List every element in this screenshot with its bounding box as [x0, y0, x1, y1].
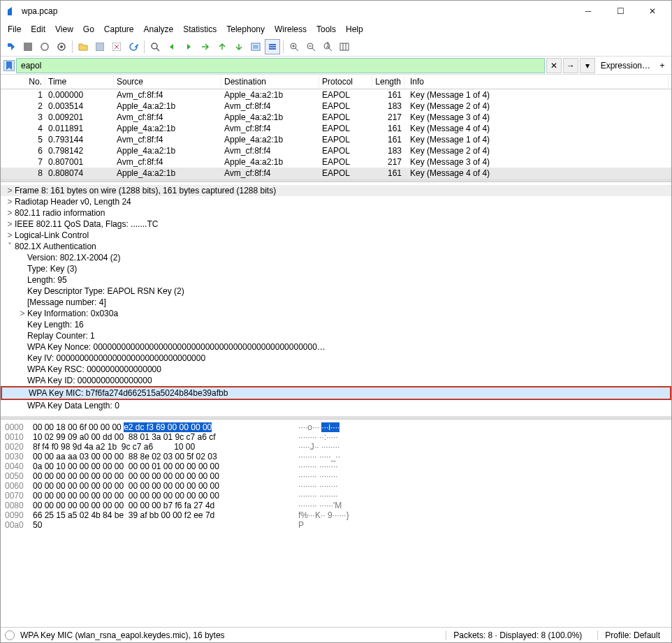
packet-row[interactable]: 40.011891Apple_4a:a2:1bAvm_cf:8f:f4EAPOL… — [1, 123, 671, 134]
zoom-in-button[interactable] — [286, 39, 302, 54]
filter-bar: ✕ → ▾ Expression… + — [1, 57, 671, 75]
reload-button[interactable] — [126, 39, 141, 54]
detail-row[interactable]: Length: 95 — [1, 274, 671, 286]
auto-scroll-button[interactable] — [248, 39, 263, 54]
menu-help[interactable]: Help — [342, 23, 367, 36]
menu-go[interactable]: Go — [79, 23, 98, 36]
hex-row[interactable]: 009066 25 15 a5 02 4b 84 be 39 af bb 00 … — [5, 510, 667, 520]
packet-row[interactable]: 30.009201Avm_cf:8f:f4Apple_4a:a2:1bEAPOL… — [1, 112, 671, 123]
menu-tools[interactable]: Tools — [312, 23, 340, 36]
stop-capture-button[interactable] — [20, 39, 36, 54]
menu-analyze[interactable]: Analyze — [140, 23, 178, 36]
go-to-packet-button[interactable] — [198, 39, 213, 54]
detail-row[interactable]: >Logical-Link Control — [1, 230, 671, 241]
go-first-button[interactable] — [214, 39, 230, 54]
zoom-out-button[interactable] — [303, 39, 319, 54]
menu-view[interactable]: View — [51, 23, 78, 36]
column-header[interactable]: Protocol — [319, 75, 372, 88]
expression-button[interactable]: Expression… — [597, 59, 655, 72]
detail-row[interactable]: WPA Key Nonce: 0000000000000000000000000… — [1, 341, 671, 353]
resize-columns-button[interactable] — [337, 39, 352, 54]
svg-line-20 — [312, 48, 315, 51]
hex-row[interactable]: 007000 00 00 00 00 00 00 00 00 00 00 00 … — [5, 491, 667, 501]
window-title: wpa.pcap — [22, 6, 572, 16]
status-profile[interactable]: Profile: Default — [597, 630, 667, 640]
detail-row[interactable]: Key Descriptor Type: EAPOL RSN Key (2) — [1, 286, 671, 297]
filter-clear-button[interactable]: ✕ — [546, 58, 562, 73]
find-button[interactable] — [147, 39, 163, 54]
packet-details[interactable]: >Frame 8: 161 bytes on wire (1288 bits),… — [1, 182, 671, 419]
column-header[interactable]: No. — [3, 75, 45, 88]
open-file-button[interactable] — [75, 39, 91, 54]
minimize-button[interactable]: ─ — [572, 1, 604, 21]
hex-row[interactable]: 001010 02 99 09 a0 00 dd 00 88 01 3a 01 … — [5, 432, 667, 442]
menu-file[interactable]: File — [3, 23, 25, 36]
hex-row[interactable]: 005000 00 00 00 00 00 00 00 00 00 00 00 … — [5, 471, 667, 481]
detail-row[interactable]: ˅802.1X Authentication — [1, 241, 671, 252]
detail-row[interactable]: Key IV: 00000000000000000000000000000000 — [1, 353, 671, 364]
restart-capture-button[interactable] — [37, 39, 52, 54]
go-last-button[interactable] — [231, 39, 247, 54]
packet-row[interactable]: 10.000000Avm_cf:8f:f4Apple_4a:a2:1bEAPOL… — [1, 89, 671, 101]
detail-row[interactable]: >IEEE 802.11 QoS Data, Flags: .......TC — [1, 219, 671, 230]
close-file-button[interactable] — [109, 39, 124, 54]
menu-edit[interactable]: Edit — [27, 23, 50, 36]
hex-row[interactable]: 00400a 00 10 00 00 00 00 00 00 00 01 00 … — [5, 461, 667, 471]
detail-row[interactable]: WPA Key RSC: 0000000000000000 — [1, 364, 671, 375]
menu-telephony[interactable]: Telephony — [222, 23, 269, 36]
column-header[interactable]: Time — [45, 75, 114, 88]
column-header[interactable]: Length — [372, 75, 404, 88]
titlebar: wpa.pcap ─ ☐ ✕ — [1, 1, 671, 22]
detail-row[interactable]: Type: Key (3) — [1, 263, 671, 274]
capture-options-button[interactable] — [54, 39, 69, 54]
hex-row[interactable]: 00a050P — [5, 520, 667, 530]
expert-info-icon[interactable] — [5, 630, 15, 640]
detail-row[interactable]: Version: 802.1X-2004 (2) — [1, 252, 671, 263]
filter-apply-button[interactable]: → — [563, 58, 578, 73]
hex-row[interactable]: 006000 00 00 00 00 00 00 00 00 00 00 00 … — [5, 481, 667, 491]
detail-row[interactable]: >802.11 radio information — [1, 207, 671, 219]
packet-row[interactable]: 80.808074Apple_4a:a2:1bAvm_cf:8f:f4EAPOL… — [1, 168, 671, 179]
status-packets: Packets: 8 · Displayed: 8 (100.0%) — [446, 630, 589, 640]
wireshark-icon — [6, 6, 17, 17]
menu-capture[interactable]: Capture — [100, 23, 138, 36]
detail-row[interactable]: [Message number: 4] — [1, 297, 671, 308]
packet-row[interactable]: 70.807001Avm_cf:8f:f4Apple_4a:a2:1bEAPOL… — [1, 156, 671, 168]
packet-bytes[interactable]: 000000 00 18 00 6f 00 00 00 e2 dc f3 69 … — [1, 419, 671, 627]
maximize-button[interactable]: ☐ — [604, 1, 636, 21]
display-filter-input[interactable] — [16, 58, 545, 73]
column-header[interactable]: Info — [404, 75, 669, 88]
column-header[interactable]: Destination — [221, 75, 319, 88]
svg-point-1 — [41, 43, 48, 50]
start-capture-button[interactable] — [3, 39, 19, 54]
packet-row[interactable]: 60.798142Apple_4a:a2:1bAvm_cf:8f:f4EAPOL… — [1, 145, 671, 156]
close-button[interactable]: ✕ — [636, 1, 669, 21]
hex-row[interactable]: 00208f f4 f0 98 9d 4a a2 1b 9c c7 a6 10 … — [5, 442, 667, 452]
hex-row[interactable]: 000000 00 18 00 6f 00 00 00 e2 dc f3 69 … — [5, 422, 667, 432]
filter-bookmark-icon[interactable] — [3, 60, 15, 71]
hex-row[interactable]: 003000 00 aa aa 03 00 00 00 88 8e 02 03 … — [5, 452, 667, 461]
menu-wireless[interactable]: Wireless — [270, 23, 311, 36]
save-button[interactable] — [92, 39, 108, 54]
go-back-button[interactable] — [164, 39, 180, 54]
detail-row[interactable]: >Frame 8: 161 bytes on wire (1288 bits),… — [1, 185, 671, 196]
detail-row[interactable]: Key Length: 16 — [1, 319, 671, 330]
detail-row[interactable]: WPA Key Data Length: 0 — [1, 400, 671, 411]
packet-row[interactable]: 50.793144Avm_cf:8f:f4Apple_4a:a2:1bEAPOL… — [1, 134, 671, 145]
colorize-button[interactable] — [265, 39, 280, 54]
svg-point-6 — [152, 43, 157, 49]
column-header[interactable]: Source — [114, 75, 221, 88]
hex-row[interactable]: 008000 00 00 00 00 00 00 00 00 00 00 b7 … — [5, 501, 667, 510]
detail-row[interactable]: WPA Key MIC: b7f6fa274d662515a5024b84be3… — [1, 386, 671, 400]
packet-list[interactable]: No.TimeSourceDestinationProtocolLengthIn… — [1, 75, 671, 182]
filter-recent-button[interactable]: ▾ — [580, 58, 595, 73]
detail-row[interactable]: Replay Counter: 1 — [1, 330, 671, 341]
zoom-reset-button[interactable]: 1 — [320, 39, 335, 54]
packet-row[interactable]: 20.003514Apple_4a:a2:1bAvm_cf:8f:f4EAPOL… — [1, 101, 671, 112]
add-filter-button[interactable]: + — [656, 59, 669, 72]
detail-row[interactable]: >Key Information: 0x030a — [1, 308, 671, 319]
menu-statistics[interactable]: Statistics — [179, 23, 221, 36]
detail-row[interactable]: >Radiotap Header v0, Length 24 — [1, 196, 671, 207]
detail-row[interactable]: WPA Key ID: 0000000000000000 — [1, 375, 671, 386]
go-forward-button[interactable] — [181, 39, 196, 54]
